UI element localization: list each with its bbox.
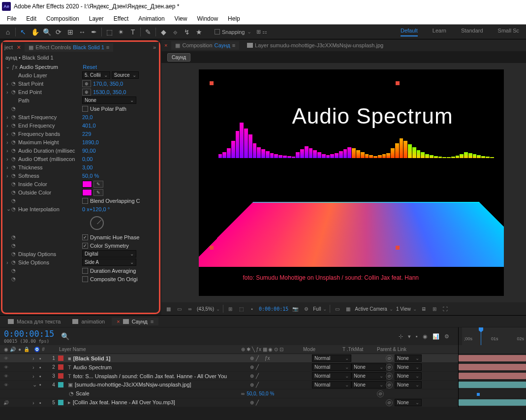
parent-dropdown[interactable]: None bbox=[395, 363, 422, 371]
blend-mode-dropdown[interactable]: Normal bbox=[312, 363, 351, 371]
dynamic-hue-checkbox[interactable]: ✓ bbox=[82, 234, 88, 240]
res-icon[interactable]: ⊞ bbox=[226, 306, 234, 312]
prop-checkbox[interactable] bbox=[82, 106, 88, 112]
tool-button[interactable]: ↯ bbox=[181, 26, 193, 38]
prop-value[interactable]: 0,00 bbox=[82, 156, 93, 162]
tool-button[interactable]: ✴ bbox=[115, 26, 127, 38]
workspace-tab[interactable]: Default bbox=[401, 28, 418, 36]
pickwhip-icon[interactable]: @ bbox=[386, 373, 393, 380]
layer-tab[interactable]: Layer sumudu-mohottige-J3cXXMsNsjw-unspl… bbox=[243, 41, 387, 49]
resolution-dropdown[interactable]: Full bbox=[313, 306, 327, 312]
menu-effect[interactable]: Effect bbox=[109, 14, 133, 23]
switches-icon[interactable]: ⚙ bbox=[444, 333, 449, 340]
menu-window[interactable]: Window bbox=[192, 14, 223, 23]
reset-link[interactable]: Reset bbox=[83, 64, 97, 70]
point-target-icon[interactable]: ⊕ bbox=[82, 89, 91, 96]
composite-origin-checkbox[interactable] bbox=[82, 276, 88, 282]
blend-mode-dropdown[interactable]: Normal bbox=[312, 372, 351, 380]
tool-button[interactable]: ★ bbox=[193, 26, 205, 38]
tool-button[interactable]: ↔ bbox=[76, 26, 88, 38]
blend-mode-dropdown[interactable]: Normal bbox=[312, 355, 351, 362]
close-icon[interactable]: × bbox=[17, 43, 21, 51]
prop-value[interactable]: 50,0 % bbox=[82, 173, 99, 179]
trkmat-header[interactable]: T .TrkMat bbox=[342, 347, 377, 352]
eyedropper-icon[interactable]: ✎ bbox=[93, 181, 103, 188]
viewer-timecode[interactable]: 0:00:00:15 bbox=[259, 306, 288, 312]
shy-icon[interactable]: ▾ bbox=[408, 333, 411, 340]
tool-button[interactable]: ⌂ bbox=[2, 26, 14, 38]
trkmat-dropdown[interactable]: None bbox=[351, 363, 386, 371]
layer-row[interactable]: ▪5▸[Collin Jax feat. Hanne - All Over Yo… bbox=[0, 398, 458, 407]
workspace-tab[interactable]: Small Sc bbox=[498, 28, 519, 36]
prop-value[interactable]: 170,0, 350,0 bbox=[93, 81, 123, 87]
timeline-tab[interactable]: ×Саунд≡ bbox=[112, 318, 158, 325]
tool-button[interactable]: ⊞ bbox=[64, 26, 76, 38]
blend-mode-dropdown[interactable]: Normal bbox=[312, 381, 351, 388]
views-dropdown[interactable]: 1 View bbox=[396, 306, 417, 312]
parent-dropdown[interactable]: None bbox=[395, 372, 422, 380]
workspace-tab[interactable]: Standard bbox=[461, 28, 483, 36]
tool-button[interactable]: ✒ bbox=[88, 26, 100, 38]
prop-checkbox[interactable] bbox=[82, 198, 88, 204]
layer-row[interactable]: ▪2TAudio Spectrum⊕╱NormalNone@None bbox=[0, 363, 458, 372]
time-ruler[interactable]: ;00s01s02s bbox=[462, 327, 526, 345]
menu-view[interactable]: View bbox=[170, 14, 192, 23]
eyedropper-icon[interactable]: ✎ bbox=[93, 189, 103, 196]
comp-marker-icon[interactable]: ⊹ bbox=[399, 333, 403, 340]
composition-viewer[interactable]: Audio Spectrum foto: Sumudu Mohottige on… bbox=[161, 63, 526, 302]
zoom-dropdown[interactable]: (43,5%) bbox=[197, 306, 220, 312]
prop-value[interactable]: 20,0 bbox=[82, 114, 93, 120]
tool-button[interactable]: ✎ bbox=[142, 26, 154, 38]
motion-blur-icon[interactable]: ◉ bbox=[423, 333, 428, 340]
color-symmetry-checkbox[interactable]: ✓ bbox=[82, 243, 88, 249]
timeline-tab[interactable]: animation bbox=[67, 318, 110, 325]
prop-dropdown[interactable]: None bbox=[82, 97, 136, 104]
mask-icon[interactable]: ∞ bbox=[186, 306, 194, 312]
layer-row[interactable]: ▪1■[Black Solid 1]⊕╱ƒxNormal@None bbox=[0, 354, 458, 363]
timeline-timecode[interactable]: 0:00:00:15 bbox=[4, 329, 54, 339]
tool-button[interactable]: ⬚ bbox=[103, 26, 115, 38]
search-icon[interactable]: 🔍 bbox=[61, 332, 69, 340]
close-icon[interactable]: × bbox=[164, 42, 167, 48]
menu-help[interactable]: Help bbox=[223, 14, 245, 23]
prop-value[interactable]: 401,0 bbox=[82, 123, 96, 129]
display-options-dropdown[interactable]: Digital bbox=[82, 250, 136, 258]
hue-dial[interactable] bbox=[90, 216, 104, 230]
tool-button[interactable]: ⟐ bbox=[169, 26, 181, 38]
prop-value[interactable]: 1890,0 bbox=[82, 139, 99, 145]
snapshot-icon[interactable]: 📷 bbox=[291, 306, 299, 312]
channel-icon[interactable]: ▭ bbox=[175, 306, 183, 312]
alpha-icon[interactable]: ▦ bbox=[164, 306, 172, 312]
timeline-tab[interactable]: Маска для текста bbox=[3, 318, 65, 325]
trkmat-dropdown[interactable]: None bbox=[351, 381, 386, 388]
prop-value[interactable]: 90,00 bbox=[82, 148, 96, 154]
tool-button[interactable]: ◆ bbox=[157, 26, 169, 38]
frame-blend-icon[interactable]: ▪ bbox=[416, 333, 418, 340]
parent-link-header[interactable]: Parent & Link bbox=[377, 347, 421, 352]
layer-row[interactable]: ▪3Tfoto: S... Unsplash / sound: Collin J… bbox=[0, 372, 458, 381]
close-icon[interactable]: × bbox=[117, 319, 120, 324]
parent-dropdown[interactable]: None bbox=[395, 381, 422, 388]
trkmat-dropdown[interactable]: None bbox=[351, 372, 386, 380]
workspace-tab[interactable]: Learn bbox=[433, 28, 446, 36]
point-target-icon[interactable]: ⊕ bbox=[82, 80, 91, 87]
tool-button[interactable]: ✋ bbox=[29, 26, 41, 38]
prop-value[interactable]: 229 bbox=[82, 131, 91, 137]
composition-tab[interactable]: ▦ Composition Саунд ≡ bbox=[171, 41, 239, 50]
duration-averaging-checkbox[interactable] bbox=[82, 268, 88, 274]
pickwhip-icon[interactable]: @ bbox=[386, 355, 393, 362]
prop-value[interactable]: 0 x+120,0 ° bbox=[82, 206, 110, 212]
menu-animation[interactable]: Animation bbox=[133, 14, 169, 23]
effect-controls-tab[interactable]: ▦ Effect Controls Black Solid 1 ≡ bbox=[25, 43, 113, 52]
tool-button[interactable]: 🔍 bbox=[41, 26, 53, 38]
color-swatch[interactable] bbox=[82, 189, 92, 196]
scale-value[interactable]: 50,0, 50,0 % bbox=[247, 391, 274, 396]
snapping-checkbox[interactable] bbox=[215, 29, 220, 34]
mode-header[interactable]: Mode bbox=[303, 347, 342, 352]
pickwhip-icon[interactable]: @ bbox=[377, 390, 384, 397]
side-options-dropdown[interactable]: Side A bbox=[82, 258, 136, 266]
camera-dropdown[interactable]: Active Camera bbox=[355, 306, 393, 312]
tool-button[interactable]: ↖ bbox=[17, 26, 29, 38]
panel-menu-icon[interactable]: » bbox=[153, 44, 156, 50]
comp-name-tag[interactable]: Саунд bbox=[167, 53, 190, 62]
